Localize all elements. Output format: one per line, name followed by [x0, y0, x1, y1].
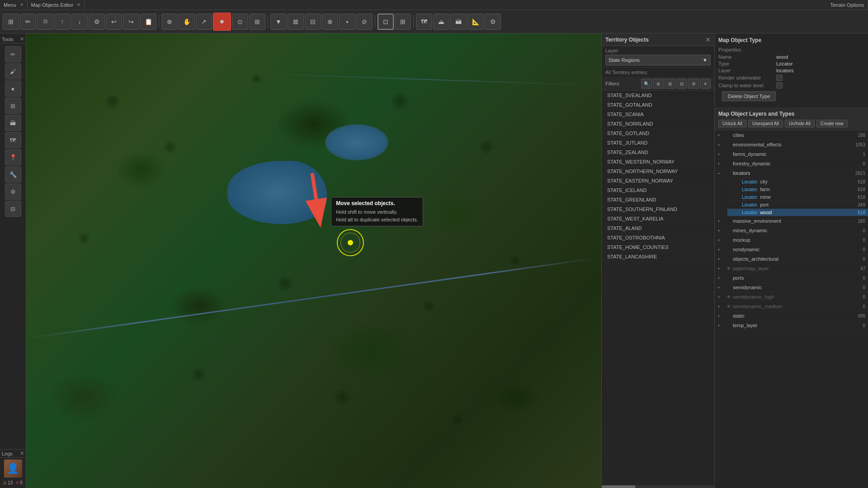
visibility-semidynamic-med[interactable]: 👁 — [725, 303, 733, 310]
layer-item-papermap[interactable]: + 👁 papermap_layer 47 — [715, 264, 868, 273]
filter-btn-3[interactable]: ⊞ — [665, 79, 675, 89]
visibility-environmental[interactable] — [725, 141, 733, 148]
layer-item-static[interactable]: + static 495 — [715, 311, 868, 321]
visibility-papermap[interactable]: 👁 — [725, 265, 733, 272]
prop-clamp-check[interactable] — [776, 82, 864, 89]
layer-item-locators[interactable]: − locators 2821 — [715, 169, 868, 178]
layer-item-locator-mine[interactable]: Locator: mine 618 — [727, 193, 868, 201]
tool-wrench[interactable]: 🔧 — [5, 166, 21, 183]
territory-item[interactable]: STATE_SCANIA — [602, 110, 714, 119]
unlock-all-button[interactable]: Unlock All — [718, 120, 746, 127]
territory-item[interactable]: STATE_SVEALAND — [602, 91, 714, 100]
map-objects-editor-close[interactable]: ✕ — [77, 2, 80, 7]
layer-item-locator-port[interactable]: Locator: port 349 — [727, 201, 868, 209]
layer-item-semidynamic[interactable]: + semidynamic 0 — [715, 283, 868, 292]
tool-extra[interactable]: ⊟ — [5, 201, 21, 217]
expand-objects-arch[interactable]: + — [717, 257, 725, 262]
tool-settings[interactable]: ⚙ — [5, 183, 21, 200]
expand-locators[interactable]: − — [717, 171, 725, 176]
expand-temp[interactable]: + — [717, 323, 725, 328]
terrain-btn2[interactable]: ⛰ — [433, 14, 449, 30]
clamp-checkbox[interactable] — [776, 82, 783, 89]
toolbar-new[interactable]: ⊞ — [3, 14, 19, 30]
tool-map[interactable]: 🗺 — [5, 132, 21, 148]
visibility-temp[interactable] — [725, 322, 733, 328]
tool-grid[interactable]: ⊞ — [5, 98, 21, 114]
visibility-cities[interactable] — [725, 132, 733, 138]
visibility-ports[interactable] — [725, 275, 733, 281]
visibility-farms[interactable] — [725, 151, 733, 157]
layer-item-temp[interactable]: + temp_layer 0 — [715, 321, 868, 330]
layer-item-ports[interactable]: + ports 0 — [715, 273, 868, 283]
territory-item[interactable]: STATE_EASTERN_NORWAY — [602, 176, 714, 186]
layer-item-semidynamic-high[interactable]: + 👁 semidynamic_high 0 — [715, 292, 868, 302]
tool-brush[interactable]: 🖌 — [5, 63, 21, 80]
expand-papermap[interactable]: + — [717, 266, 725, 271]
layer-item-cities[interactable]: + cities 188 — [715, 131, 868, 140]
toolbar-box[interactable]: ⊞ — [249, 14, 265, 30]
layer-item-nondynamic[interactable]: + nondynamic 0 — [715, 245, 868, 254]
toolbar-t4[interactable]: ⊕ — [322, 14, 338, 30]
territory-item[interactable]: STATE_NORRLAND — [602, 119, 714, 129]
territory-item[interactable]: STATE_WESTERN_NORWAY — [602, 157, 714, 167]
toolbar-t2[interactable]: ⊠ — [288, 14, 304, 30]
map-area[interactable]: Move selected objects. Hold shift to mov… — [26, 33, 601, 488]
filter-btn-1[interactable]: 🔍 — [641, 79, 652, 89]
toolbar-upload[interactable]: ↑ — [54, 14, 71, 30]
expand-forestry[interactable]: + — [717, 161, 725, 166]
tool-terrain[interactable]: 🏔 — [5, 115, 21, 131]
toolbar-t3[interactable]: ⊟ — [305, 14, 321, 30]
territory-item[interactable]: STATE_ICELAND — [602, 186, 714, 195]
toolbar-clipboard[interactable]: 📋 — [140, 14, 156, 30]
toolbar-download[interactable]: ↓ — [71, 14, 88, 30]
territory-item[interactable]: STATE_OSTROBOTHNIA — [602, 233, 714, 243]
toolbar-edit[interactable]: ✏ — [20, 14, 36, 30]
layer-item-semidynamic-med[interactable]: + 👁 semidynamic_medium 0 — [715, 302, 868, 311]
expand-cities[interactable]: + — [717, 133, 725, 138]
territory-item[interactable]: STATE_ZEALAND — [602, 148, 714, 157]
expand-nondynamic[interactable]: + — [717, 247, 725, 252]
territory-item[interactable]: STATE_LANCASHIRE — [602, 252, 714, 262]
expand-semidynamic-high[interactable]: + — [717, 295, 725, 300]
expand-mockup[interactable]: + — [717, 238, 725, 243]
territory-item[interactable]: STATE_WEST_KARELIA — [602, 214, 714, 224]
menu-title[interactable]: Menu ✕ — [0, 0, 28, 9]
layer-item-locator-wood[interactable]: Locator: wood 618 — [727, 209, 868, 216]
toolbar-active-tool[interactable]: ● — [213, 13, 231, 31]
layer-item-locator-city[interactable]: Locator: city 618 — [727, 178, 868, 186]
filter-btn-2[interactable]: ⊕ — [653, 79, 664, 89]
expand-farms[interactable]: + — [717, 152, 725, 157]
tool-pen[interactable]: ✏ — [5, 46, 21, 62]
layer-item-environmental[interactable]: + environmental_effects 1053 — [715, 140, 868, 150]
terrain-btn4[interactable]: 📐 — [467, 14, 484, 30]
expand-semidynamic-med[interactable]: + — [717, 304, 725, 309]
visibility-mockup[interactable] — [725, 237, 733, 243]
delete-object-type-button[interactable]: Delete Object Type — [722, 91, 776, 101]
territory-item[interactable]: STATE_SOUTHERN_FINLAND — [602, 205, 714, 214]
territory-item[interactable]: STATE_JUTLAND — [602, 138, 714, 148]
prop-render-underwater-check[interactable] — [776, 75, 864, 81]
filter-btn-4[interactable]: ⊟ — [676, 79, 687, 89]
toolbar-redo[interactable]: ↪ — [123, 14, 139, 30]
toolbar-undo[interactable]: ↩ — [106, 14, 122, 30]
toolbar-t1[interactable]: ▼ — [270, 14, 287, 30]
territory-item[interactable]: STATE_HOME_COUNTIES — [602, 243, 714, 252]
territory-scrollbar-thumb[interactable] — [602, 485, 636, 488]
layer-item-farms[interactable]: + farms_dynamic 1 — [715, 150, 868, 159]
toolbar-select[interactable]: ✋ — [179, 14, 195, 30]
toolbar-circle[interactable]: ⊙ — [232, 14, 248, 30]
toolbar-t6[interactable]: ⊘ — [356, 14, 373, 30]
toolbar-settings[interactable]: ⚙ — [89, 14, 105, 30]
visibility-massive[interactable] — [725, 218, 733, 224]
territory-item[interactable]: STATE_GREENLAND — [602, 195, 714, 205]
territory-item[interactable]: STATE_GOTLAND — [602, 129, 714, 138]
toolbar-move[interactable]: ↗ — [196, 14, 212, 30]
tools-close[interactable]: ✕ — [20, 36, 24, 42]
layer-item-mines[interactable]: + mines_dynamic 0 — [715, 226, 868, 235]
render-underwater-checkbox[interactable] — [776, 75, 783, 81]
expand-semidynamic[interactable]: + — [717, 285, 725, 290]
toolbar-add-object[interactable]: ⊕ — [161, 14, 178, 30]
create-new-button[interactable]: Create new — [816, 120, 848, 127]
territory-item[interactable]: STATE_GOTALAND — [602, 100, 714, 110]
unexpand-all-button[interactable]: Unexpand All — [748, 120, 783, 127]
